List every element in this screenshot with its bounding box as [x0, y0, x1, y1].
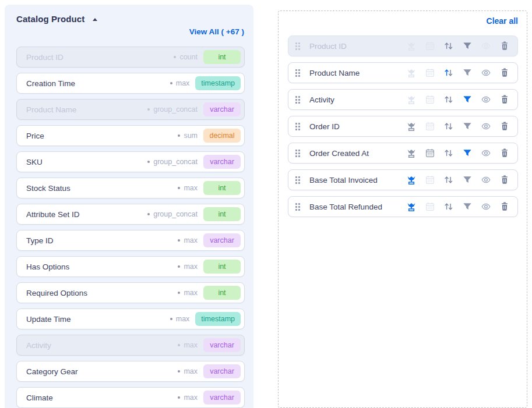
- aggregation-label: max: [176, 79, 190, 87]
- aggregation-label: group_concat: [153, 105, 198, 113]
- field-card[interactable]: Type ID max varchar: [16, 230, 245, 251]
- drag-handle-icon[interactable]: [295, 150, 300, 157]
- column-row[interactable]: Order ID: [288, 116, 518, 137]
- column-row[interactable]: Base Total Refunded: [288, 196, 518, 217]
- field-card[interactable]: Climate max varchar: [16, 387, 245, 408]
- clear-all-link[interactable]: Clear all: [487, 16, 518, 28]
- aggregate-icon[interactable]: [406, 201, 417, 212]
- drag-handle-icon[interactable]: [295, 96, 300, 104]
- delete-trash-icon[interactable]: [499, 94, 510, 105]
- filter-funnel-icon[interactable]: [462, 94, 473, 105]
- delete-trash-icon[interactable]: [499, 148, 510, 158]
- field-card[interactable]: Stock Status max int: [16, 178, 245, 198]
- sort-icon[interactable]: [443, 41, 454, 51]
- delete-trash-icon[interactable]: [499, 175, 510, 185]
- calendar-icon[interactable]: [425, 121, 435, 132]
- calendar-icon[interactable]: [425, 41, 435, 51]
- field-card[interactable]: Required Options max int: [16, 282, 245, 303]
- field-card[interactable]: Category Gear max varchar: [16, 361, 245, 382]
- drag-handle-icon[interactable]: [295, 203, 300, 211]
- field-meta: max varchar: [178, 233, 241, 247]
- view-all-link[interactable]: View All ( +67 ): [189, 27, 244, 38]
- type-badge: timestamp: [195, 76, 241, 90]
- aggregation-dot: [178, 396, 180, 399]
- sort-icon[interactable]: [443, 201, 454, 212]
- sort-icon[interactable]: [443, 121, 454, 132]
- visibility-eye-icon[interactable]: [481, 68, 491, 78]
- field-label: Creation Time: [26, 79, 75, 88]
- calendar-icon[interactable]: [425, 94, 435, 105]
- type-badge: decimal: [203, 129, 241, 143]
- column-label: Order Created At: [309, 149, 369, 158]
- drag-handle-icon[interactable]: [295, 123, 300, 130]
- type-badge: varchar: [203, 391, 241, 405]
- calendar-icon[interactable]: [425, 68, 435, 78]
- aggregation-dot: [174, 56, 176, 58]
- visibility-eye-icon[interactable]: [481, 94, 491, 105]
- field-card: Product ID count int: [16, 47, 245, 68]
- visibility-eye-icon[interactable]: [481, 148, 491, 158]
- sort-icon[interactable]: [443, 175, 454, 185]
- column-actions: [406, 175, 510, 185]
- field-label: Stock Status: [26, 184, 71, 193]
- field-card[interactable]: Price sum decimal: [16, 125, 245, 146]
- drag-handle-icon[interactable]: [295, 176, 300, 184]
- field-card[interactable]: Update Time max timestamp: [16, 308, 245, 329]
- calendar-icon[interactable]: [425, 175, 435, 185]
- delete-trash-icon[interactable]: [499, 121, 510, 132]
- aggregation-label: max: [184, 236, 198, 244]
- aggregation-label: max: [176, 315, 190, 323]
- filter-funnel-icon[interactable]: [462, 201, 473, 212]
- column-row[interactable]: Product ID: [288, 36, 518, 56]
- calendar-icon[interactable]: [425, 201, 435, 212]
- aggregate-icon[interactable]: [406, 148, 417, 158]
- sort-icon[interactable]: [443, 94, 454, 105]
- collapse-caret-icon[interactable]: [93, 18, 97, 21]
- field-meta: max int: [178, 260, 241, 274]
- calendar-icon[interactable]: [425, 148, 435, 158]
- catalog-panel-header: Catalog Product View All ( +67 ): [5, 5, 253, 38]
- aggregation-dot: [178, 292, 180, 294]
- field-label: Update Time: [26, 315, 71, 324]
- aggregate-icon[interactable]: [406, 175, 417, 185]
- column-row[interactable]: Activity: [288, 89, 518, 110]
- visibility-eye-icon[interactable]: [481, 175, 491, 185]
- field-card[interactable]: Attribute Set ID group_concat int: [16, 204, 245, 225]
- field-card[interactable]: Has Options max int: [16, 256, 245, 277]
- filter-funnel-icon[interactable]: [462, 121, 473, 132]
- visibility-eye-icon[interactable]: [481, 121, 491, 132]
- aggregation-label: max: [184, 289, 198, 297]
- column-label: Order ID: [309, 122, 340, 131]
- field-card: Product Name group_concat varchar: [16, 99, 245, 120]
- filter-funnel-icon[interactable]: [462, 175, 473, 185]
- filter-funnel-icon[interactable]: [462, 68, 473, 78]
- aggregation-label: group_concat: [153, 210, 198, 218]
- field-card[interactable]: SKU group_concat varchar: [16, 151, 245, 172]
- delete-trash-icon[interactable]: [499, 41, 510, 51]
- field-card[interactable]: Creation Time max timestamp: [16, 73, 245, 94]
- column-label: Product Name: [309, 69, 360, 77]
- aggregation-label: max: [184, 341, 198, 349]
- column-row[interactable]: Order Created At: [288, 143, 518, 164]
- sort-icon[interactable]: [443, 68, 454, 78]
- aggregate-icon[interactable]: [406, 94, 417, 105]
- aggregate-icon[interactable]: [406, 41, 417, 51]
- visibility-eye-icon[interactable]: [481, 41, 491, 51]
- column-row[interactable]: Product Name: [288, 62, 518, 83]
- type-badge: varchar: [203, 233, 241, 247]
- column-row[interactable]: Base Total Invoiced: [288, 169, 518, 190]
- delete-trash-icon[interactable]: [499, 201, 510, 212]
- delete-trash-icon[interactable]: [499, 68, 510, 78]
- drag-handle-icon[interactable]: [295, 69, 300, 77]
- aggregate-icon[interactable]: [406, 68, 417, 78]
- filter-funnel-icon[interactable]: [462, 41, 473, 51]
- field-meta: max varchar: [178, 364, 241, 378]
- field-card: Activity max varchar: [16, 335, 245, 356]
- aggregate-icon[interactable]: [406, 121, 417, 132]
- sort-icon[interactable]: [443, 148, 454, 158]
- filter-funnel-icon[interactable]: [462, 148, 473, 158]
- field-meta: max varchar: [178, 338, 241, 352]
- type-badge: varchar: [203, 338, 241, 352]
- visibility-eye-icon[interactable]: [481, 201, 491, 212]
- drag-handle-icon[interactable]: [295, 42, 300, 50]
